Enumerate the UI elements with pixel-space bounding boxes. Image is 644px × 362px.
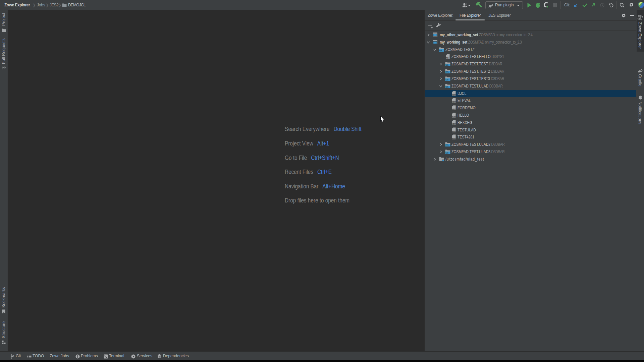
svg-text:PS: PS <box>446 57 448 59</box>
svg-text:DS: DS <box>445 64 449 66</box>
svg-text:MEM: MEM <box>452 101 455 103</box>
svg-text:DS: DS <box>439 49 442 52</box>
svg-text:MEM: MEM <box>452 131 455 132</box>
svg-text:MEM: MEM <box>452 123 455 125</box>
svg-text:DS: DS <box>445 78 449 81</box>
svg-text:DS: DS <box>445 86 449 88</box>
svg-text:MEM: MEM <box>452 138 455 139</box>
svg-text:DS: DS <box>445 71 449 73</box>
svg-text:DS: DS <box>445 152 449 154</box>
svg-text:MEM: MEM <box>452 116 455 118</box>
svg-text:MEM: MEM <box>452 94 455 96</box>
svg-text:MEM: MEM <box>452 109 455 110</box>
svg-text:DS: DS <box>445 144 449 146</box>
